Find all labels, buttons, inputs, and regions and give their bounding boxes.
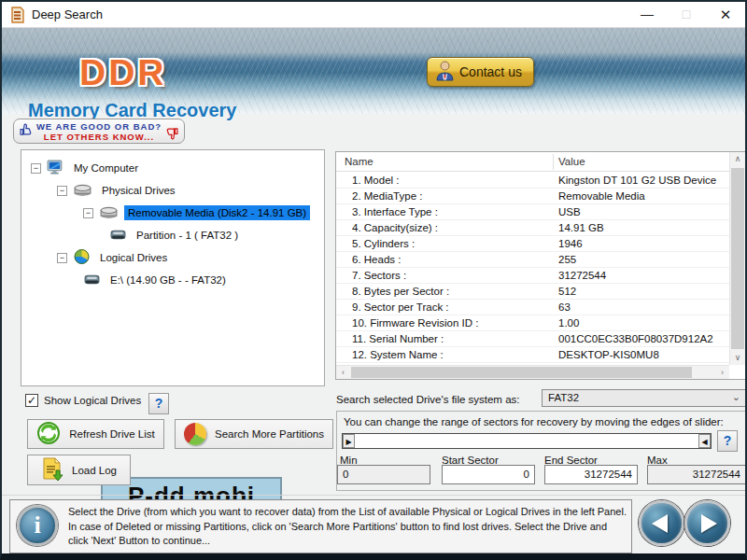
property-value: 512 [558,286,576,297]
filesystem-dropdown[interactable]: FAT32 ⌄ [542,389,746,407]
back-arrow-icon [652,514,668,533]
minimize-button[interactable]: — [631,2,663,27]
sector-range-groupbox: You can change the range of sectors for … [336,411,746,491]
refresh-icon [36,421,61,447]
property-name: 11. Serial Number : [352,333,444,344]
expand-toggle[interactable]: − [57,253,67,263]
property-name: 1. Model : [352,175,400,186]
tree-item[interactable]: −Removable Media (Disk2 - 14.91 GB) [21,202,324,224]
vertical-scrollbar[interactable]: ∧ ∨ [729,152,745,365]
contact-person-icon [435,60,455,84]
partition-icon [109,229,127,243]
property-name: 7. Sectors : [352,270,406,281]
search-more-partitions-button[interactable]: Search More Partitions [175,419,333,449]
max-input: 31272544 [647,465,746,484]
start-sector-input[interactable]: 0 [442,465,535,484]
slider-right-handle[interactable]: ◀ [698,434,711,448]
tree-item-label[interactable]: Logical Drives [96,250,171,265]
table-row[interactable]: 12. System Name :DESKTOP-KIS0MU8 [336,347,729,363]
table-row[interactable]: 3. Interface Type :USB [336,204,729,220]
back-button[interactable] [639,500,684,546]
table-row[interactable]: 2. MediaType :Removable Media [336,189,729,204]
property-value: 001CC0EC33B0F08037D912A2 [558,333,713,344]
search-partitions-label: Search More Partitions [215,428,324,440]
header-banner: DDR Contact us Memory Card Recovery [2,28,745,114]
expand-toggle[interactable]: − [57,186,67,196]
expand-toggle[interactable]: − [31,163,41,174]
property-name: 5. Cylinders : [352,238,415,249]
refresh-button-label: Refresh Drive List [69,428,154,440]
tree-item-label[interactable]: Partition - 1 ( FAT32 ) [133,228,242,243]
tree-item[interactable]: −Physical Drives [21,179,324,202]
property-name: 12. System Name : [352,349,444,360]
property-name: 8. Bytes per Sector : [352,286,449,297]
drive-tree-panel: −My Computer−Physical Drives−Removable M… [21,149,325,386]
property-value: 1946 [558,238,583,249]
slider-left-handle[interactable]: ▶ [343,434,355,448]
next-arrow-icon [701,514,717,533]
thumbs-up-icon [20,123,33,140]
tree-item[interactable]: E:\ (14.90 GB - - FAT32) [21,269,324,291]
feedback-badge[interactable]: WE ARE GOOD OR BAD? LET OTHERS KNOW... [13,119,185,144]
table-row[interactable]: 5. Cylinders :1946 [336,236,729,252]
scroll-down-icon[interactable]: ∨ [730,351,745,365]
ddr-logo: DDR [79,52,167,93]
show-logical-drives-checkbox[interactable]: ✓ [25,394,38,407]
table-row[interactable]: 8. Bytes per Sector :512 [336,284,729,300]
table-row[interactable]: 7. Sectors :31272544 [336,268,729,284]
next-button[interactable] [684,500,730,546]
tree-item[interactable]: −Logical Drives [21,246,324,269]
expand-toggle[interactable]: − [83,208,93,218]
close-button[interactable]: ✕ [710,2,741,27]
table-row[interactable]: 6. Heads :255 [336,252,729,268]
contact-us-button[interactable]: Contact us [427,57,534,87]
status-text: Select the Drive (from which you want to… [68,505,627,549]
app-icon [9,7,25,27]
load-log-button[interactable]: Load Log [27,455,131,485]
tree-item-label[interactable]: E:\ (14.90 GB - - FAT32) [106,273,230,287]
info-icon: i [17,505,58,546]
thumbs-down-icon [165,123,178,140]
slider-help-button[interactable]: ? [717,430,738,452]
window-title: Deep Search [32,7,103,21]
scroll-left-icon[interactable]: ‹ [336,366,350,379]
table-header: Name Value [336,152,729,172]
table-header-value: Value [558,156,585,167]
property-value: 14.91 GB [558,222,604,233]
property-value: Removable Media [558,190,645,202]
tree-item-label[interactable]: Removable Media (Disk2 - 14.91 GB) [124,205,310,220]
tree-item-label[interactable]: Physical Drives [98,183,179,198]
table-row[interactable]: 11. Serial Number :001CC0EC33B0F08037D91… [336,331,729,347]
horizontal-scroll-thumb[interactable] [351,367,692,378]
scroll-up-icon[interactable]: ∧ [730,152,745,166]
drives-help-button[interactable]: ? [148,393,169,414]
vertical-scroll-thumb[interactable] [731,168,744,349]
horizontal-scrollbar[interactable]: ‹ › [336,365,729,379]
refresh-drive-list-button[interactable]: Refresh Drive List [27,419,164,449]
tree-item[interactable]: −My Computer [21,157,324,179]
maximize-button: □ [670,2,702,27]
end-sector-input[interactable]: 31272544 [544,465,638,484]
min-input: 0 [337,465,430,484]
status-separator [2,495,745,496]
property-name: 2. MediaType : [352,190,422,202]
chevron-down-icon: ⌄ [732,391,740,403]
filesystem-label: Search selected Drive's file system as: [336,394,520,405]
property-name: 6. Heads : [352,254,401,265]
scroll-right-icon[interactable]: › [715,366,729,379]
property-name: 4. Capacity(size) : [352,222,438,233]
table-row[interactable]: 10. Firmware Revision ID :1.00 [336,315,729,331]
drive-icon [73,183,92,199]
log-file-icon [41,457,63,483]
table-row[interactable]: 9. Sector per Track :63 [336,300,729,315]
computer-icon [47,160,64,177]
pie-chart-icon [184,423,206,445]
tree-item-label[interactable]: My Computer [70,161,142,175]
table-row[interactable]: 1. Model :Kingston DT 101 G2 USB Device [336,173,729,189]
title-bar: Deep Search — □ ✕ [2,2,745,28]
sector-slider[interactable]: ▶ ◀ [342,433,712,449]
tree-item[interactable]: Partition - 1 ( FAT32 ) [21,224,324,246]
property-name: 10. Firmware Revision ID : [352,317,478,329]
table-row[interactable]: 4. Capacity(size) :14.91 GB [336,220,729,236]
partition-icon [83,273,101,287]
